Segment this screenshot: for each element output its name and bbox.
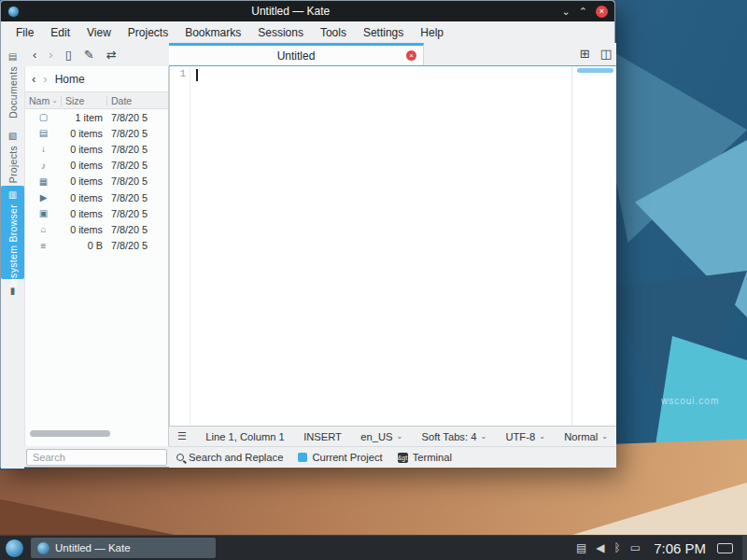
dictionary-select[interactable]: en_US⌄ [360,431,402,442]
toolview-current-project[interactable]: Current Project [298,452,382,463]
menubar: File Edit View Projects Bookmarks Sessio… [1,21,614,43]
documents-folder-icon: ▤ [25,128,62,138]
project-icon [298,453,307,462]
row-date: 7/8/20 5 [107,224,168,235]
row-size: 0 B [62,240,107,251]
search-input[interactable] [27,452,171,463]
highlighting-select[interactable]: Normal⌄ [564,431,608,442]
forward-icon[interactable]: › [49,48,52,62]
row-size: 0 items [62,160,107,171]
table-row[interactable]: ▶ 0 items 7/8/20 5 [25,189,168,205]
new-document-icon[interactable]: ⊞ [580,47,590,61]
file-icon: ≡ [25,241,62,251]
pictures-folder-icon: ▦ [25,176,62,187]
menu-projects[interactable]: Projects [120,26,176,39]
horizontal-scrollbar[interactable] [30,430,110,437]
toolview-search-and-replace[interactable]: Search and Replace [176,452,283,463]
row-date: 7/8/20 5 [107,160,168,171]
column-name[interactable]: Nam⌄ [25,95,62,106]
document-icon[interactable]: ▯ [65,48,72,62]
breadcrumb-forward-icon[interactable]: › [43,72,47,86]
split-view-icon[interactable]: ◫ [600,47,612,61]
tool-icon: ▮ [10,287,16,296]
volume-icon[interactable]: ◀ [596,541,604,554]
chevron-down-icon: ⌄ [539,432,545,441]
tab-close-icon[interactable]: × [406,50,416,61]
chevron-down-icon: ⌄ [397,432,403,441]
show-desktop-button[interactable] [742,536,747,560]
menu-view[interactable]: View [78,26,120,39]
menu-file[interactable]: File [7,26,42,39]
table-row[interactable]: ⌂ 0 items 7/8/20 5 [25,221,168,237]
filter-icon[interactable]: ⇄ [106,48,117,62]
sidebar-item-documents[interactable]: ▤ Documents [1,48,24,122]
table-row[interactable]: ↓ 0 items 7/8/20 5 [25,141,168,157]
indentation-select[interactable]: Soft Tabs: 4⌄ [422,431,487,442]
menu-sessions[interactable]: Sessions [249,26,312,39]
templates-folder-icon: ▣ [25,208,62,218]
menu-tools[interactable]: Tools [312,26,355,39]
table-row[interactable]: ▤ 0 items 7/8/20 5 [25,125,168,141]
row-size: 0 items [62,128,107,139]
row-date: 7/8/20 5 [107,192,168,203]
edit-icon[interactable]: ✎ [84,48,94,62]
row-size: 0 items [62,144,107,155]
sort-chevron-icon: ⌄ [51,96,58,105]
bluetooth-icon[interactable]: ᛒ [614,541,621,554]
taskbar-button-kate[interactable]: Untitled — Kate [31,538,216,558]
text-editor[interactable]: 1 [169,66,616,426]
tab-label: Untitled [277,49,316,63]
cursor-position[interactable]: Line 1, Column 1 [205,431,285,442]
row-size: 0 items [62,192,107,203]
sidebar-item-projects[interactable]: ▧ Projects [1,127,24,185]
sidebar-item-label: Projects [7,146,19,183]
tab-untitled[interactable]: Untitled × [169,43,424,65]
public-folder-icon: ⌂ [25,224,62,234]
menu-settings[interactable]: Settings [355,26,412,39]
close-icon[interactable]: × [596,6,608,18]
column-size[interactable]: Size [62,95,107,106]
sidebar-item-label: Documents [7,66,19,119]
menu-edit[interactable]: Edit [42,26,78,39]
main-toolbar: ‹ › ▯ ✎ ⇄ [24,43,169,66]
row-date: 7/8/20 5 [107,144,168,155]
word-wrap-marker [571,66,572,426]
notifications-icon[interactable] [717,543,733,553]
breadcrumb-back-icon[interactable]: ‹ [32,72,35,86]
launcher-icon[interactable] [5,539,24,558]
table-row[interactable]: ≡ 0 B 7/8/20 5 [25,238,168,254]
maximize-icon[interactable]: ⌃ [579,7,587,17]
clock[interactable]: 7:06 PM [654,540,706,556]
taskbar: Untitled — Kate ▤ ◀ ᛒ ▭ 7:06 PM [0,535,747,560]
input-mode[interactable]: INSERT [303,431,342,442]
sidebar-item-tool[interactable]: ▮ [1,282,24,301]
table-row[interactable]: ▣ 0 items 7/8/20 5 [25,205,168,221]
text-cursor [196,69,198,81]
breadcrumb-home[interactable]: Home [55,73,85,86]
back-icon[interactable]: ‹ [33,48,36,62]
window-title: Untitled — Kate [20,5,562,18]
chevron-down-icon: ⌄ [480,432,486,441]
titlebar[interactable]: Untitled — Kate ⌄ ⌃ × [1,1,614,21]
desktop-icon: ▢ [25,112,62,122]
music-folder-icon: ♪ [25,161,62,171]
hamburger-icon[interactable]: ☰ [177,430,187,442]
menu-help[interactable]: Help [412,26,452,39]
clipboard-icon[interactable]: ▤ [576,541,586,554]
sidebar-item-filesystem-browser[interactable]: ▥ Filesystem Browser [1,186,24,279]
column-date[interactable]: Date [107,95,168,106]
editor-scrollbar[interactable] [577,68,613,73]
kate-icon [37,542,49,554]
menu-bookmarks[interactable]: Bookmarks [176,26,249,39]
encoding-select[interactable]: UTF-8⌄ [505,431,544,442]
display-icon[interactable]: ▭ [630,541,641,554]
kate-window: Untitled — Kate ⌄ ⌃ × File Edit View Pro… [0,0,615,468]
toolview-terminal[interactable]: &gt; Terminal [398,452,452,463]
table-row[interactable]: ▢ 1 item 7/8/20 5 [25,109,168,125]
tab-bar: Untitled × ⊞ ◫ [169,43,616,66]
minimize-icon[interactable]: ⌄ [562,7,571,17]
table-row[interactable]: ▦ 0 items 7/8/20 5 [25,174,168,189]
chevron-down-icon: ⌄ [601,432,608,441]
status-bar: ☰ Line 1, Column 1 INSERT en_US⌄ Soft Ta… [169,426,616,446]
table-row[interactable]: ♪ 0 items 7/8/20 5 [25,158,168,174]
